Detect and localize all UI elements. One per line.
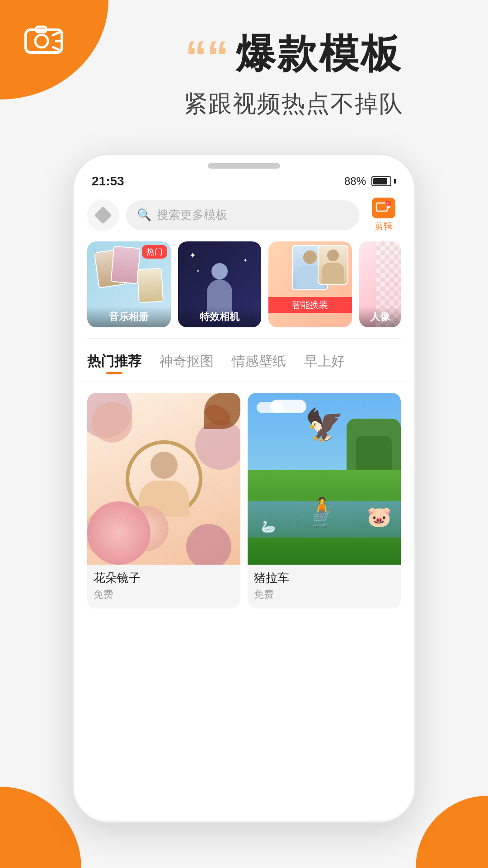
svg-text:+: +	[387, 202, 389, 206]
phone-notch	[208, 163, 280, 169]
top-bar: 🔍 搜索更多模板 + 剪辑	[74, 189, 414, 241]
fashion-badge: 智能换装	[268, 297, 352, 313]
battery-icon	[371, 176, 396, 186]
status-right: 88%	[344, 175, 396, 188]
content-col-right: 🦅 🧍 🛒 🐷 🦢 猪拉车 免费	[248, 393, 401, 609]
template-card-fashion[interactable]: 智能换装	[268, 241, 352, 327]
svg-point-1	[35, 35, 48, 47]
content-card-nature[interactable]: 🦅 🧍 🛒 🐷 🦢 猪拉车 免费	[248, 393, 401, 609]
quote-mark: ““	[185, 35, 229, 78]
tab-emotion[interactable]: 情感壁纸	[232, 352, 286, 374]
search-icon: 🔍	[137, 208, 151, 222]
card-label-music: 音乐相册	[87, 307, 171, 327]
content-card-flower[interactable]: 花朵镜子 免费	[87, 393, 240, 609]
battery-percent: 88%	[344, 175, 366, 188]
template-cards-row: ♪ 热门 音乐相册 ✦ ✦ ✦ 特效相机	[74, 241, 414, 327]
tab-magic[interactable]: 神奇抠图	[160, 352, 214, 374]
hero-subtitle: 紧跟视频热点不掉队	[99, 88, 488, 120]
nature-card-subtitle: 免费	[248, 588, 401, 609]
search-placeholder-text: 搜索更多模板	[157, 207, 227, 223]
svg-rect-6	[376, 203, 387, 211]
svg-line-4	[53, 47, 60, 50]
hero-title: 爆款模板	[236, 27, 402, 81]
flower-card-subtitle: 免费	[87, 588, 240, 609]
hero-section: ““ 爆款模板 紧跟视频热点不掉队	[0, 27, 488, 120]
diamond-icon	[94, 206, 112, 224]
tab-hot[interactable]: 热门推荐	[87, 352, 141, 374]
camera-icon	[23, 22, 64, 63]
hot-badge: 热门	[142, 245, 167, 259]
search-bar[interactable]: 🔍 搜索更多模板	[126, 200, 359, 230]
template-card-effects[interactable]: ✦ ✦ ✦ 特效相机	[178, 241, 262, 327]
template-card-portrait[interactable]: 人像	[359, 241, 401, 327]
edit-label: 剪辑	[375, 220, 393, 232]
bg-decoration-bottom-right	[416, 796, 488, 868]
edit-icon: +	[372, 198, 395, 218]
phone-mockup: 21:53 88% 🔍 搜索更多模板	[72, 154, 416, 823]
flower-card-title: 花朵镜子	[87, 565, 240, 588]
nature-card-title: 猪拉车	[248, 565, 401, 588]
status-time: 21:53	[92, 174, 124, 189]
status-bar: 21:53 88%	[74, 169, 414, 189]
svg-line-3	[53, 32, 60, 35]
edit-button[interactable]: + 剪辑	[366, 198, 401, 232]
content-col-left: 花朵镜子 免费	[87, 393, 240, 609]
tab-morning[interactable]: 早上好	[304, 352, 345, 374]
bg-decoration-bottom-left	[0, 787, 81, 868]
template-card-music[interactable]: ♪ 热门 音乐相册	[87, 241, 171, 327]
card-label-portrait: 人像	[359, 307, 401, 327]
nature-card-image: 🦅 🧍 🛒 🐷 🦢	[248, 393, 401, 565]
content-grid: 花朵镜子 免费 🦅	[74, 382, 414, 619]
diamond-button[interactable]	[87, 199, 119, 231]
flower-card-image	[87, 393, 240, 565]
card-label-effects: 特效相机	[178, 307, 262, 327]
category-tabs: 热门推荐 神奇抠图 情感壁纸 早上好	[74, 339, 414, 382]
